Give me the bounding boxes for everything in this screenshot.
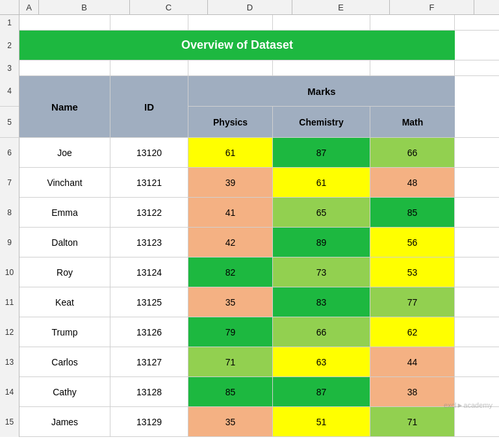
row-6: 6 Joe 13120 61 87 66 [0,138,499,168]
cell-id-6: 13120 [110,138,188,167]
row-num-15: 15 [0,407,19,437]
cell-name-9: Dalton [19,228,110,257]
cell-physics-6: 61 [188,138,273,167]
row-8: 8 Emma 13122 41 65 85 [0,198,499,228]
cell-id-8: 13122 [110,198,188,227]
rows-container: 1 2 Overview of Dataset 3 [0,15,499,448]
cell-b3 [19,60,110,75]
col-header-f: F [390,0,474,14]
cell-name-11: Keat [19,287,110,317]
row-num-14: 14 [0,377,19,407]
row-2: 2 Overview of Dataset [0,31,499,60]
header-math: Math [370,107,455,137]
cell-b1 [19,15,110,30]
cell-id-15: 13129 [110,407,188,436]
header-name-merged: Name [19,76,110,137]
cell-name-8: Emma [19,198,110,227]
row-10: 10 Roy 13124 82 73 53 [0,257,499,287]
cell-physics-11: 35 [188,287,273,317]
data-rows: 6 Joe 13120 61 87 66 7 Vinchant 13121 39… [0,138,499,437]
row-1: 1 [0,15,499,31]
header-physics: Physics [188,107,273,137]
col-header-c: C [130,0,208,14]
cell-math-10: 53 [370,257,455,287]
header-id-merged: ID [110,76,188,137]
row-14: 14 Cathy 13128 85 87 38 [0,377,499,407]
corner-cell [0,0,19,14]
col-header-d: D [208,0,292,14]
cell-chemistry-14: 87 [273,377,370,406]
cell-name-7: Vinchant [19,168,110,197]
row-3: 3 [0,60,499,76]
cell-physics-10: 82 [188,257,273,287]
cell-math-9: 56 [370,228,455,257]
cell-id-13: 13127 [110,347,188,376]
cell-physics-7: 39 [188,168,273,197]
row-num-4: 4 [0,76,19,107]
cell-name-12: Trump [19,317,110,347]
cell-physics-8: 41 [188,198,273,227]
cell-chemistry-13: 63 [273,347,370,376]
cell-physics-13: 71 [188,347,273,376]
row-num-9: 9 [0,228,19,257]
cell-id-9: 13123 [110,228,188,257]
grid: A B C D E F 1 2 Overview of Dataset [0,0,499,448]
cell-math-15: 71 [370,407,455,436]
column-header-row: A B C D E F [0,0,499,15]
cell-f1 [370,15,455,30]
row-12: 12 Trump 13126 79 66 62 [0,317,499,347]
cell-physics-12: 79 [188,317,273,347]
marks-block: Marks Physics Chemistry Math [188,76,455,137]
cell-f3 [370,60,455,75]
cell-physics-14: 85 [188,377,273,406]
row-num-5: 5 [0,107,19,137]
cell-math-11: 77 [370,287,455,317]
cell-physics-15: 35 [188,407,273,436]
cell-id-10: 13124 [110,257,188,287]
row-num-10: 10 [0,257,19,287]
cell-c3 [110,60,188,75]
row-num-1: 1 [0,15,19,31]
cell-physics-9: 42 [188,228,273,257]
spreadsheet: A B C D E F 1 2 Overview of Dataset [0,0,499,448]
header-chemistry: Chemistry [273,107,370,137]
cell-math-13: 44 [370,347,455,376]
row-num-13: 13 [0,347,19,377]
cell-id-12: 13126 [110,317,188,347]
row-7: 7 Vinchant 13121 39 61 48 [0,168,499,198]
cell-chemistry-10: 73 [273,257,370,287]
cell-chemistry-7: 61 [273,168,370,197]
cell-id-11: 13125 [110,287,188,317]
cell-math-6: 66 [370,138,455,167]
cell-chemistry-6: 87 [273,138,370,167]
header-rows: 4 5 Name ID Marks Physics Chemistry Math [0,76,499,138]
row-num-8: 8 [0,198,19,228]
row-num-11: 11 [0,287,19,317]
row-num-6: 6 [0,138,19,168]
col-header-a: A [19,0,39,14]
cell-c1 [110,15,188,30]
cell-name-10: Roy [19,257,110,287]
cell-math-14: 38 [370,377,455,406]
cell-chemistry-8: 65 [273,198,370,227]
cell-name-14: Cathy [19,377,110,406]
cell-name-6: Joe [19,138,110,167]
col-header-b: B [39,0,130,14]
row-num-3: 3 [0,60,19,76]
cell-math-7: 48 [370,168,455,197]
cell-id-7: 13121 [110,168,188,197]
cell-name-13: Carlos [19,347,110,376]
row-11: 11 Keat 13125 35 83 77 [0,287,499,317]
col-header-e: E [292,0,390,14]
cell-e1 [273,15,370,30]
cell-chemistry-9: 89 [273,228,370,257]
cell-chemistry-15: 51 [273,407,370,436]
marks-sub-headers: Physics Chemistry Math [188,107,455,137]
cell-d3 [188,60,273,75]
title-cell: Overview of Dataset [19,31,455,60]
cell-id-14: 13128 [110,377,188,406]
row-9: 9 Dalton 13123 42 89 56 [0,228,499,257]
cell-e3 [273,60,370,75]
cell-math-12: 62 [370,317,455,347]
row-num-12: 12 [0,317,19,347]
